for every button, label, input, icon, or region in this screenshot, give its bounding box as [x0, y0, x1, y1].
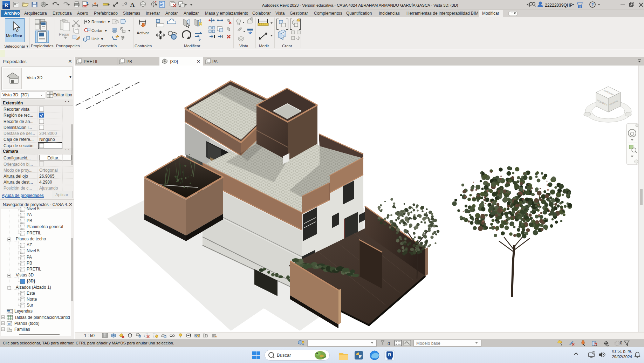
svg-text:PDF: PDF [83, 5, 87, 7]
svg-text:R: R [388, 352, 391, 357]
svg-text:A: A [130, 1, 135, 8]
svg-text:R: R [5, 2, 8, 8]
svg-text:?: ? [591, 2, 594, 7]
svg-text::0: :0 [386, 341, 390, 346]
svg-text:1: 1 [125, 2, 127, 5]
